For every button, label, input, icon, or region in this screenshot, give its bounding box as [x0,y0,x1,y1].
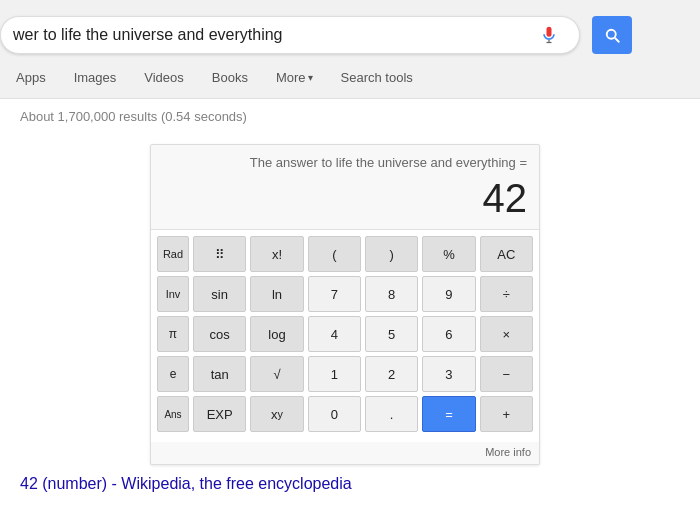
search-bar-row [0,10,700,60]
calc-btn-grid[interactable]: ⠿ [193,236,246,272]
mic-icon[interactable] [539,25,559,45]
calc-btn-9[interactable]: 9 [422,276,475,312]
calc-btn-ln[interactable]: ln [250,276,303,312]
calc-row-1: Inv sin ln 7 8 9 ÷ [157,276,533,312]
tab-images[interactable]: Images [60,60,131,98]
wiki-link[interactable]: 42 (number) - Wikipedia, the free encycl… [20,475,352,492]
chevron-down-icon: ▾ [308,72,313,83]
calc-row-4: Ans EXP xy 0 . = + [157,396,533,432]
calculator: The answer to life the universe and ever… [150,144,540,465]
calc-btn-add[interactable]: + [480,396,533,432]
wiki-result: 42 (number) - Wikipedia, the free encycl… [20,475,680,493]
calc-btn-log[interactable]: log [250,316,303,352]
calc-btn-5[interactable]: 5 [365,316,418,352]
calc-btn-1[interactable]: 1 [308,356,361,392]
calc-btn-7[interactable]: 7 [308,276,361,312]
calc-btn-xfact[interactable]: x! [250,236,303,272]
calc-btn-dot[interactable]: . [365,396,418,432]
calc-btn-ac[interactable]: AC [480,236,533,272]
calc-btn-ans[interactable]: Ans [157,396,189,432]
calc-btn-percent[interactable]: % [422,236,475,272]
calc-btn-tan[interactable]: tan [193,356,246,392]
nav-tabs: Apps Images Videos Books More ▾ Search t… [0,60,700,98]
calc-btn-0[interactable]: 0 [308,396,361,432]
calc-btn-cos[interactable]: cos [193,316,246,352]
calc-btn-sin[interactable]: sin [193,276,246,312]
main-content: About 1,700,000 results (0.54 seconds) T… [0,99,700,493]
search-button[interactable] [592,16,632,54]
calc-btn-subtract[interactable]: − [480,356,533,392]
tab-books[interactable]: Books [198,60,262,98]
tab-more[interactable]: More ▾ [262,60,327,98]
search-icon [603,26,621,44]
tab-search-tools[interactable]: Search tools [327,60,427,98]
calc-btn-pi[interactable]: π [157,316,189,352]
calc-btn-close-paren[interactable]: ) [365,236,418,272]
tab-videos[interactable]: Videos [130,60,198,98]
calc-btn-6[interactable]: 6 [422,316,475,352]
tab-apps[interactable]: Apps [2,60,60,98]
calc-row-3: e tan √ 1 2 3 − [157,356,533,392]
calc-btn-pow[interactable]: xy [250,396,303,432]
calc-row-2: π cos log 4 5 6 × [157,316,533,352]
calc-btn-multiply[interactable]: × [480,316,533,352]
calc-btn-inv[interactable]: Inv [157,276,189,312]
search-input[interactable] [13,26,539,44]
calc-btn-4[interactable]: 4 [308,316,361,352]
calc-btn-8[interactable]: 8 [365,276,418,312]
calc-btn-equals[interactable]: = [422,396,475,432]
calc-btn-divide[interactable]: ÷ [480,276,533,312]
results-count: About 1,700,000 results (0.54 seconds) [20,99,680,134]
calc-btn-3[interactable]: 3 [422,356,475,392]
search-bar-area: Apps Images Videos Books More ▾ Search t… [0,0,700,99]
calc-btn-2[interactable]: 2 [365,356,418,392]
calc-expression: The answer to life the universe and ever… [151,145,539,174]
calc-btn-sqrt[interactable]: √ [250,356,303,392]
calc-result: 42 [151,174,539,229]
search-input-wrapper [0,16,580,54]
more-info-link[interactable]: More info [151,442,539,464]
calc-buttons: Rad ⠿ x! ( ) % AC Inv sin ln 7 8 9 ÷ π [151,229,539,442]
calc-row-0: Rad ⠿ x! ( ) % AC [157,236,533,272]
calc-btn-e[interactable]: e [157,356,189,392]
calc-btn-exp[interactable]: EXP [193,396,246,432]
calc-btn-open-paren[interactable]: ( [308,236,361,272]
calc-btn-rad[interactable]: Rad [157,236,189,272]
